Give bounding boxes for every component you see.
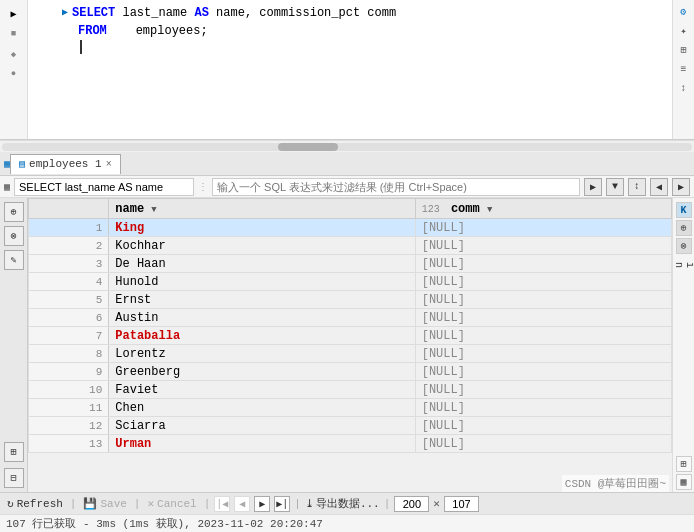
r-icon-4[interactable]: ⊞: [676, 456, 692, 472]
comm-cell: [NULL]: [415, 219, 671, 237]
watermark: CSDN @草莓田田圈~: [562, 475, 669, 492]
col-name[interactable]: name ▼: [109, 199, 415, 219]
gutter-run-icon[interactable]: ▶: [6, 6, 22, 22]
sidebar-tool-5[interactable]: ↕: [676, 80, 692, 96]
page-size-input[interactable]: [394, 496, 429, 512]
left-tool-1[interactable]: ⊕: [4, 202, 24, 222]
sidebar-tool-3[interactable]: ⊞: [676, 42, 692, 58]
first-page-btn[interactable]: |◀: [214, 496, 230, 512]
query-bar-db-icon: ▦: [4, 181, 10, 193]
left-tools: ⊕ ⊗ ✎ ⊞ ⊟: [0, 198, 28, 492]
table-row[interactable]: 13Urman[NULL]: [29, 435, 672, 453]
left-tool-3[interactable]: ✎: [4, 250, 24, 270]
editor-gutter: ▶ ■ ◆ ●: [0, 0, 28, 139]
refresh-button[interactable]: ↻ Refresh: [4, 496, 66, 511]
tab-bar: ▦ ▤ employees 1 ×: [0, 152, 694, 176]
editor-content[interactable]: ▶ SELECT last_name AS name, commission_p…: [28, 0, 672, 139]
table-row[interactable]: 4Hunold[NULL]: [29, 273, 672, 291]
left-tool-4[interactable]: ⊞: [4, 442, 24, 462]
prev-page-btn[interactable]: ◀: [234, 496, 250, 512]
table-row[interactable]: 2Kochhar[NULL]: [29, 237, 672, 255]
table-row[interactable]: 1King[NULL]: [29, 219, 672, 237]
grid-table-container: name ▼ 123 comm ▼ 1King[NULL]2Kochhar[NU…: [28, 198, 672, 492]
comm-cell: [NULL]: [415, 273, 671, 291]
comm-cell: [NULL]: [415, 309, 671, 327]
query-text-input[interactable]: [14, 178, 194, 196]
editor-hscrollbar[interactable]: [0, 140, 694, 152]
name-cell: King: [109, 219, 415, 237]
status-message: 107 行已获取 - 3ms (1ms 获取), 2023-11-02 20:2…: [6, 516, 323, 531]
next-page-btn[interactable]: ▶: [254, 496, 270, 512]
grid-right-panel: K ⊕ ⊗ King ⊞ ▦: [672, 198, 694, 492]
comm-cell: [NULL]: [415, 399, 671, 417]
cancel-button[interactable]: ✕ Cancel: [144, 496, 199, 511]
comm-cell: [NULL]: [415, 435, 671, 453]
sort-btn[interactable]: ↕: [628, 178, 646, 196]
prev-btn[interactable]: ◀: [650, 178, 668, 196]
table-row[interactable]: 8Lorentz[NULL]: [29, 345, 672, 363]
editor-sidebar: ⚙ ✦ ⊞ ≡ ↕: [672, 0, 694, 139]
export-label: 导出数据...: [316, 496, 380, 511]
tab-label: employees 1: [29, 158, 102, 170]
save-label: Save: [100, 498, 126, 510]
cursor: [80, 40, 82, 54]
table-row[interactable]: 7Pataballa[NULL]: [29, 327, 672, 345]
name-cell: Chen: [109, 399, 415, 417]
gutter-icon-2: ◆: [6, 46, 22, 62]
comm-cell: [NULL]: [415, 363, 671, 381]
name-cell: Pataballa: [109, 327, 415, 345]
r-icon-2[interactable]: ⊕: [676, 220, 692, 236]
refresh-icon: ↻: [7, 497, 14, 510]
comm-cell: [NULL]: [415, 417, 671, 435]
table-row[interactable]: 5Ernst[NULL]: [29, 291, 672, 309]
sql-line-3: [34, 40, 666, 58]
table-row[interactable]: 12Sciarra[NULL]: [29, 417, 672, 435]
filter-input[interactable]: [212, 178, 580, 196]
save-button[interactable]: 💾 Save: [80, 496, 129, 511]
comm-cell: [NULL]: [415, 237, 671, 255]
table-row[interactable]: 10Faviet[NULL]: [29, 381, 672, 399]
last-page-btn[interactable]: ▶|: [274, 496, 290, 512]
comm-cell: [NULL]: [415, 327, 671, 345]
name-cell: Sciarra: [109, 417, 415, 435]
cancel-icon: ✕: [147, 497, 154, 510]
sidebar-tool-4[interactable]: ≡: [676, 61, 692, 77]
col-comm[interactable]: 123 comm ▼: [415, 199, 671, 219]
name-cell: Ernst: [109, 291, 415, 309]
name-cell: Hunold: [109, 273, 415, 291]
query-sep: ⋮: [198, 181, 208, 193]
sql-editor: ▶ ■ ◆ ● ▶ SELECT last_name AS name, comm…: [0, 0, 694, 140]
filter-btn[interactable]: ▼: [606, 178, 624, 196]
tab-close-button[interactable]: ×: [106, 159, 112, 170]
left-tool-5[interactable]: ⊟: [4, 468, 24, 488]
hscroll-track: [2, 143, 692, 151]
tab-employees[interactable]: ▤ employees 1 ×: [10, 154, 121, 174]
r-icon-1[interactable]: K: [676, 202, 692, 218]
left-tool-2[interactable]: ⊗: [4, 226, 24, 246]
message-row: 107 行已获取 - 3ms (1ms 获取), 2023-11-02 20:2…: [0, 514, 694, 532]
export-icon: ⤓: [305, 497, 314, 510]
gutter-icon-3: ●: [6, 66, 22, 82]
export-button[interactable]: ⤓ 导出数据...: [305, 496, 380, 511]
sidebar-tool-2[interactable]: ✦: [676, 23, 692, 39]
sidebar-tool-1[interactable]: ⚙: [676, 4, 692, 20]
next-btn[interactable]: ▶: [672, 178, 690, 196]
sql-line-1: ▶ SELECT last_name AS name, commission_p…: [34, 4, 666, 22]
table-row[interactable]: 3De Haan[NULL]: [29, 255, 672, 273]
run-btn[interactable]: ▶: [584, 178, 602, 196]
name-cell: Austin: [109, 309, 415, 327]
cancel-label: Cancel: [157, 498, 197, 510]
name-cell: De Haan: [109, 255, 415, 273]
comm-cell: [NULL]: [415, 291, 671, 309]
name-cell: Greenberg: [109, 363, 415, 381]
table-row[interactable]: 6Austin[NULL]: [29, 309, 672, 327]
name-cell: Lorentz: [109, 345, 415, 363]
table-row[interactable]: 11Chen[NULL]: [29, 399, 672, 417]
save-icon: 💾: [83, 497, 97, 510]
row-count-input[interactable]: [444, 496, 479, 512]
r-icon-5[interactable]: ▦: [676, 474, 692, 490]
r-icon-3[interactable]: ⊗: [676, 238, 692, 254]
tab-icon: ▤: [19, 158, 25, 170]
table-row[interactable]: 9Greenberg[NULL]: [29, 363, 672, 381]
hscroll-thumb[interactable]: [278, 143, 338, 151]
